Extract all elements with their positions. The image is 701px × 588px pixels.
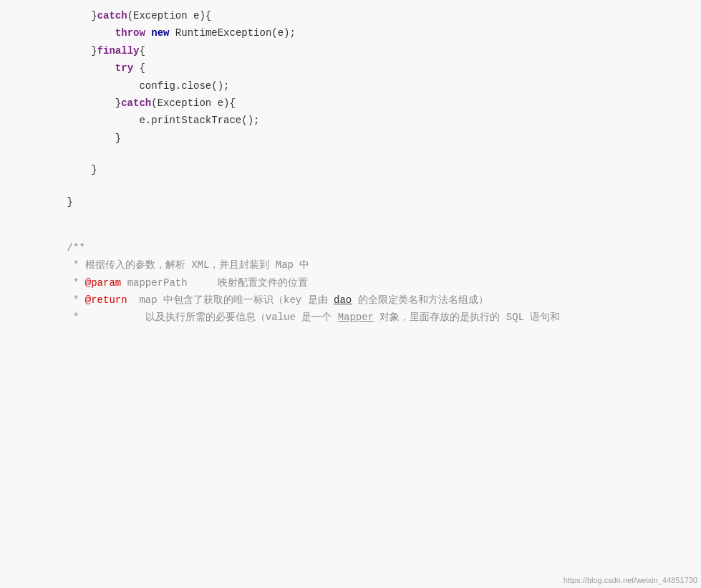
code-line-empty [0, 179, 701, 193]
code-line: config.close(); [0, 77, 701, 95]
code-line: } [0, 193, 701, 211]
code-container: }catch(Exception e){ throw new RuntimeEx… [0, 0, 701, 588]
code-line-empty [0, 211, 701, 225]
code-line-comment: /** [0, 239, 701, 256]
watermark: https://blog.csdn.net/weixin_44851730 [564, 576, 697, 584]
code-line-empty [0, 147, 701, 161]
code-line-comment: * @param mapperPath 映射配置文件的位置 [0, 274, 701, 291]
code-line: }catch(Exception e){ [0, 95, 701, 112]
code-line: }catch(Exception e){ [0, 7, 701, 24]
code-line: e.printStackTrace(); [0, 112, 701, 129]
code-line: } [0, 130, 701, 147]
code-line: }finally{ [0, 42, 701, 59]
code-line-comment: * 以及执行所需的必要信息（value 是一个 Mapper 对象，里面存放的是… [0, 309, 701, 326]
code-line: throw new RuntimeException(e); [0, 24, 701, 42]
code-line-comment: * @return map 中包含了获取的唯一标识（key 是由 dao 的全限… [0, 291, 701, 309]
code-line-comment: * 根据传入的参数，解析 XML，并且封装到 Map 中 [0, 256, 701, 274]
code-line: try { [0, 59, 701, 77]
code-line: } [0, 161, 701, 178]
code-line-empty [0, 225, 701, 239]
